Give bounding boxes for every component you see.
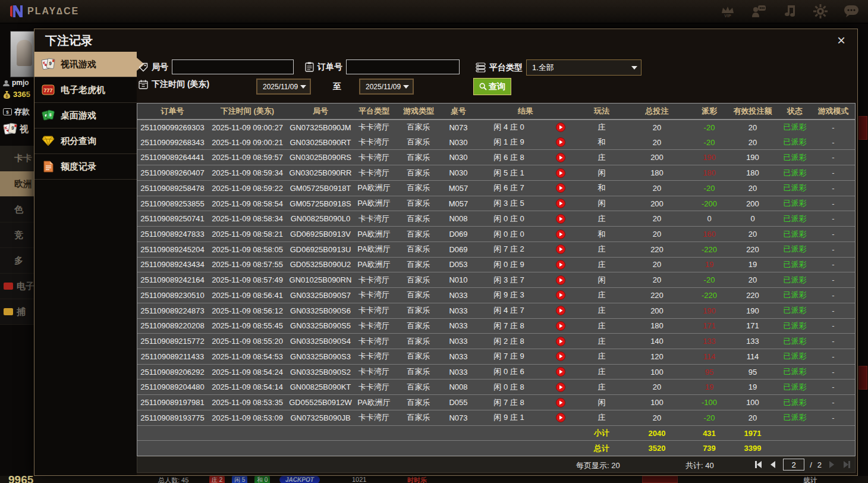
music-icon[interactable] (781, 3, 798, 20)
table-row: 251109099268343 2025-11-09 09:00:21 GN03… (137, 135, 855, 150)
cell-status: 已派彩 (775, 351, 815, 362)
table-row: 251109089264441 2025-11-09 08:59:57 GN03… (137, 149, 855, 165)
cell-order-no: 251109099269303 (137, 123, 207, 132)
cell-game-type: 百家乐 (394, 137, 443, 148)
cell-play-method: 庄 (577, 122, 626, 133)
cell-game-mode: - (815, 352, 851, 361)
video-cards-icon: K9 (41, 58, 55, 71)
slot-777-icon: 777 (41, 83, 55, 96)
sidebar-tab[interactable]: 777 电子老虎机 (34, 77, 137, 103)
play-video-icon[interactable] (544, 367, 577, 377)
platform-select[interactable]: 1.全部 (526, 59, 641, 76)
sidebar-tab[interactable]: 积分查询 (34, 128, 137, 154)
cell-result: 闲 7 庄 8 (474, 397, 544, 408)
cell-valid-bet: 171 (731, 321, 775, 330)
sidebar-tab[interactable]: $ 桌面游戏 (34, 103, 137, 128)
settings-gear-icon[interactable] (812, 3, 829, 20)
play-video-icon[interactable] (544, 290, 577, 300)
cell-status: 已派彩 (775, 336, 815, 347)
background-menu-label: 色 (14, 204, 23, 215)
chat-icon[interactable] (843, 3, 860, 20)
cell-game-type: 百家乐 (394, 152, 443, 163)
sidebar-tab[interactable]: 额度记录 (34, 154, 137, 180)
first-page-icon[interactable] (753, 460, 763, 469)
play-video-icon[interactable] (544, 244, 577, 254)
vip-crown-icon[interactable]: VIP (719, 3, 736, 20)
cell-platform: 卡卡湾厅 (354, 275, 394, 286)
cell-game-type: 百家乐 (394, 275, 443, 286)
cell-round-no: GD05525B0912W (287, 398, 354, 407)
page-input[interactable] (783, 459, 804, 471)
cell-payout: -20 (688, 184, 731, 193)
play-video-icon[interactable] (544, 352, 577, 361)
cell-play-method: 闲 (577, 397, 626, 408)
cell-table-no: N030 (443, 153, 474, 162)
cell-game-mode: - (815, 245, 851, 254)
play-video-icon[interactable] (544, 275, 577, 285)
date-from-select[interactable]: 2025/11/09 (256, 79, 311, 95)
cell-status: 已派彩 (775, 198, 815, 209)
date-to-select[interactable]: 2025/11/09 (359, 79, 414, 95)
play-video-icon[interactable] (544, 230, 577, 239)
cell-total-bet: 200 (626, 306, 688, 315)
cell-order-no: 251109089253855 (137, 199, 207, 208)
svg-text:$: $ (6, 109, 9, 115)
cell-order-no: 251109089245204 (137, 245, 207, 254)
play-video-icon[interactable] (544, 153, 577, 162)
play-video-icon[interactable] (544, 337, 577, 346)
deposit-row[interactable]: $ 存款 (3, 106, 30, 117)
cell-result: 闲 0 庄 9 (474, 259, 544, 270)
balance-row: $ 3365 (3, 90, 30, 99)
sidebar-tab[interactable]: K9 视讯游戏 (34, 52, 137, 77)
play-video-icon[interactable] (544, 260, 577, 269)
cell-status: 已派彩 (775, 229, 815, 240)
search-button[interactable]: 查询 (473, 78, 511, 95)
cell-platform: 卡卡湾厅 (354, 305, 394, 316)
order-input[interactable] (346, 59, 460, 74)
table-row: 251109089242164 2025-11-09 08:57:49 GN01… (137, 272, 855, 287)
sidebar-tab-label: 积分查询 (61, 136, 96, 147)
play-video-icon[interactable] (544, 199, 577, 208)
cell-payout: 19 (688, 382, 731, 391)
cell-bet-time: 2025-11-09 08:54:14 (207, 382, 287, 391)
sidebar-tab-label: 桌面游戏 (61, 110, 96, 121)
cell-payout: 0 (688, 214, 731, 223)
close-icon[interactable]: × (835, 34, 848, 46)
cell-round-no: GM05725B0918S (287, 199, 354, 208)
cell-valid-bet: 220 (731, 245, 775, 254)
cell-total-bet: 20 (626, 382, 688, 391)
play-video-icon[interactable] (544, 413, 577, 422)
cell-round-no: GM05725B0918T (287, 184, 354, 193)
cell-game-mode: - (815, 138, 851, 147)
play-video-icon[interactable] (544, 183, 577, 193)
cell-payout: -20 (688, 138, 731, 147)
play-video-icon[interactable] (544, 382, 577, 392)
play-video-icon[interactable] (544, 321, 577, 331)
play-video-icon[interactable] (544, 123, 577, 132)
calendar-icon (139, 80, 148, 89)
prev-page-icon[interactable] (768, 460, 778, 469)
table-row: 251109089193775 2025-11-09 08:53:09 GN07… (137, 410, 855, 425)
last-page-icon[interactable] (842, 460, 851, 469)
cell-result: 闲 6 庄 7 (474, 183, 544, 193)
play-video-icon[interactable] (544, 137, 577, 147)
background-video-tab[interactable]: K9 视 (3, 123, 29, 136)
cell-bet-time: 2025-11-09 08:53:35 (207, 398, 287, 407)
cell-platform: 卡卡湾厅 (354, 351, 394, 362)
play-video-icon[interactable] (544, 168, 577, 178)
cell-bet-time: 2025-11-09 08:53:09 (207, 413, 287, 422)
next-page-icon[interactable] (827, 460, 836, 469)
bottom-people: 总人数: 45 (158, 476, 188, 483)
play-video-icon[interactable] (544, 306, 577, 315)
cell-table-no: N008 (443, 382, 474, 391)
right-edge-fragment (858, 116, 867, 140)
table-row: 251109089215772 2025-11-09 08:55:20 GN03… (137, 333, 855, 349)
customer-service-icon[interactable] (750, 3, 767, 20)
play-video-icon[interactable] (544, 214, 577, 224)
cell-round-no: GN03325B090S3 (287, 352, 354, 361)
round-input[interactable] (172, 59, 294, 74)
search-icon (479, 83, 487, 90)
play-video-icon[interactable] (544, 398, 577, 407)
cell-play-method: 庄 (577, 244, 626, 255)
cell-round-no: GN03325B090S6 (287, 306, 354, 315)
